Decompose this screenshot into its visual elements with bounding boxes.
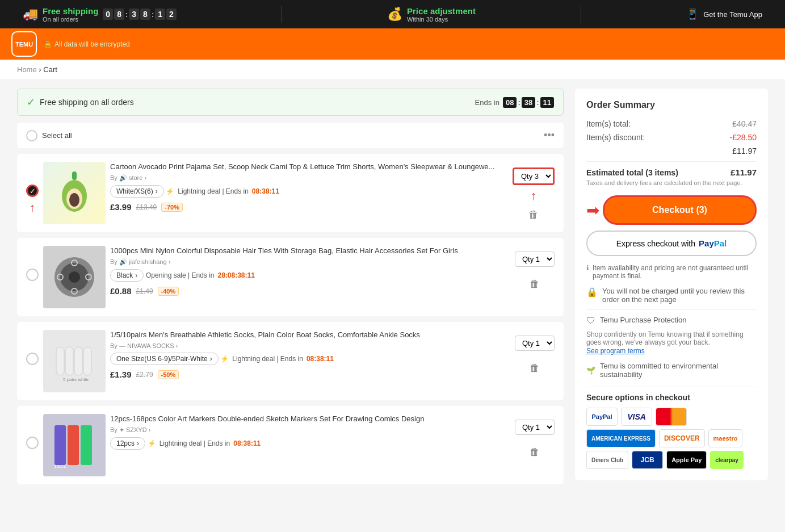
banner-price-adj: 💰 Price adjustment Within 30 days <box>387 6 476 23</box>
checkout-button[interactable]: Checkout (3) <box>603 195 757 225</box>
protection-text: Shop confidently on Temu knowing that if… <box>586 330 757 346</box>
item-1-title: Cartoon Avocado Print Pajama Set, Scoop … <box>110 162 508 172</box>
banner-divider-1 <box>282 6 282 23</box>
item-4-store: By ✦ SZXYD › <box>110 426 510 434</box>
paypal-logo-badge: PayPal <box>586 408 618 426</box>
subtotal-row: £11.97 <box>586 146 757 156</box>
item-2-store: By 🔊 jiafeishishang › <box>110 258 510 266</box>
estimated-total-row: Estimated total (3 items) £11.97 <box>586 167 757 177</box>
item-2-delete-btn[interactable]: 🗑 <box>530 278 540 290</box>
summary-title: Order Summary <box>586 100 757 110</box>
item-4-title: 12pcs-168pcs Color Art Markers Double-en… <box>110 414 510 424</box>
item-2-qty-select[interactable]: Qty 1 Qty 2 Qty 3 <box>515 252 555 267</box>
item-3-checkbox[interactable] <box>26 353 39 365</box>
shipping-main: Free shipping <box>43 6 98 16</box>
top-banner: 🚚 Free shipping On all orders 0 8 : 3 8 … <box>0 0 785 28</box>
eco-row: 🌱 Temu is committed to environmental sus… <box>586 362 757 379</box>
svg-rect-13 <box>74 347 82 375</box>
select-all-label: Select all <box>42 131 72 140</box>
arrow-up-checkbox: ↑ <box>30 200 36 215</box>
svg-rect-17 <box>68 425 79 465</box>
lock-green-icon: 🔒 <box>586 287 598 298</box>
item-3-delete-btn[interactable]: 🗑 <box>530 362 540 374</box>
svg-rect-11 <box>56 347 64 375</box>
item-4-checkbox[interactable] <box>26 437 39 449</box>
checkout-arrow: ➡ <box>586 201 599 220</box>
price-adj-main: Price adjustment <box>407 6 476 16</box>
item-1-qty-select[interactable]: Qty 3 Qty 1 Qty 2 <box>513 167 555 185</box>
more-options-icon[interactable]: ••• <box>544 129 555 141</box>
svg-rect-12 <box>65 347 73 375</box>
item-1-delete-btn[interactable]: 🗑 <box>528 209 539 221</box>
item-1-price-row: £3.99 £13.49 -70% <box>110 202 508 212</box>
item-2-deal: Opening sale | Ends in 28:08:38:11 <box>146 271 255 279</box>
top-timer: 0 8 : 3 8 : 1 2 <box>103 9 176 20</box>
payment-notice: ℹ Item availability and pricing are not … <box>586 264 757 280</box>
shipping-banner-text: Free shipping on all orders <box>40 98 134 107</box>
item-4-qty-select[interactable]: Qty 1 Qty 2 <box>515 420 555 435</box>
express-checkout-label: Express checkout with <box>616 239 695 248</box>
summary-divider <box>586 161 757 162</box>
item-1-image <box>43 162 106 224</box>
secure-options-title: Secure options in checkout <box>586 393 757 402</box>
items-discount-label: Item(s) discount: <box>586 133 645 142</box>
item-3-discount: -50% <box>158 370 179 379</box>
select-all-checkbox[interactable] <box>26 130 37 141</box>
item-1-original-price: £13.49 <box>136 203 157 211</box>
see-terms-link[interactable]: See program terms <box>586 347 645 355</box>
ends-in: Ends in 08 : 38 : 11 <box>475 97 554 108</box>
paypal-checkout-button[interactable]: Express checkout with PayPal <box>586 231 757 256</box>
cart-item: 5 pairs white 1/5/10pairs Men's Breathab… <box>17 322 564 400</box>
items-discount-row: Item(s) discount: -£28.50 <box>586 133 757 142</box>
eco-icon: 🌱 <box>586 366 595 375</box>
truck-icon: 🚚 <box>23 7 38 22</box>
item-1-checkbox[interactable]: ✓ <box>26 185 39 197</box>
item-3-store: By — NIVAWA SOCKS › <box>110 342 510 349</box>
breadcrumb-cart: Cart <box>43 65 57 74</box>
items-total-value: £40.47 <box>732 119 757 128</box>
cart-item: 1000pcs Mini Nylon Colorful Disposable H… <box>17 238 564 316</box>
summary-divider-2 <box>586 309 757 310</box>
visa-logo-badge: VISA <box>621 408 652 426</box>
item-3-variant[interactable]: One Size(US 6-9)/5Pair-White › <box>110 353 219 365</box>
item-1-store: By 🔊 store › <box>110 174 508 182</box>
item-4-delete-btn[interactable]: 🗑 <box>530 446 540 458</box>
breadcrumb-home[interactable]: Home <box>17 65 37 74</box>
banner-app: 📱 Get the Temu App <box>686 8 762 20</box>
estimated-total-value: £11.97 <box>731 167 757 177</box>
item-3-deal: ⚡ Lightning deal | Ends in 08:38:11 <box>220 355 334 363</box>
secure-notice: 🔒 All data will be encrypted <box>44 40 130 48</box>
items-discount-value: -£28.50 <box>730 133 757 142</box>
item-2-price-row: £0.88 £1.49 -40% <box>110 286 510 296</box>
item-2-original-price: £1.49 <box>136 287 153 295</box>
logo[interactable]: TEMU <box>11 31 37 57</box>
price-adj-sub: Within 30 days <box>407 16 476 23</box>
item-1-variant[interactable]: White/XS(6) › <box>110 185 164 198</box>
discover-logo-badge: DISCOVER <box>659 429 705 447</box>
amex-logo-badge: AMERICAN EXPRESS <box>586 429 656 447</box>
item-3-qty-select[interactable]: Qty 1 Qty 2 Qty 3 <box>515 336 555 351</box>
items-total-row: Item(s) total: £40.47 <box>586 119 757 128</box>
subtotal-value: £11.97 <box>732 146 757 156</box>
item-2-variant[interactable]: Black › <box>110 269 144 282</box>
app-text: Get the Temu App <box>703 10 762 19</box>
cart-item: 12pcs 12pcs-168pcs Color Art Markers Dou… <box>17 406 564 484</box>
item-2-details: 1000pcs Mini Nylon Colorful Disposable H… <box>110 246 510 296</box>
charge-notice: 🔒 You will not be charged until you revi… <box>586 287 757 304</box>
info-icon: ℹ <box>586 264 589 272</box>
mobile-icon: 📱 <box>686 8 699 20</box>
item-1-discount: -70% <box>161 203 183 212</box>
item-3-title: 1/5/10pairs Men's Breathable Athletic So… <box>110 330 510 340</box>
item-4-variant[interactable]: 12pcs › <box>110 437 145 450</box>
item-2-checkbox[interactable] <box>26 269 39 281</box>
select-all-row: Select all ••• <box>17 123 564 148</box>
breadcrumb: Home › Cart <box>0 60 785 80</box>
shield-green-icon: 🛡 <box>586 316 595 326</box>
maestro-logo-badge: maestro <box>708 429 743 447</box>
item-4-details: 12pcs-168pcs Color Art Markers Double-en… <box>110 414 510 454</box>
svg-text:12pcs: 12pcs <box>54 464 66 468</box>
item-2-image <box>43 246 106 308</box>
item-4-image: 12pcs <box>43 414 106 476</box>
protection-title: Temu Purchase Protection <box>600 316 686 324</box>
svg-point-2 <box>69 193 79 207</box>
